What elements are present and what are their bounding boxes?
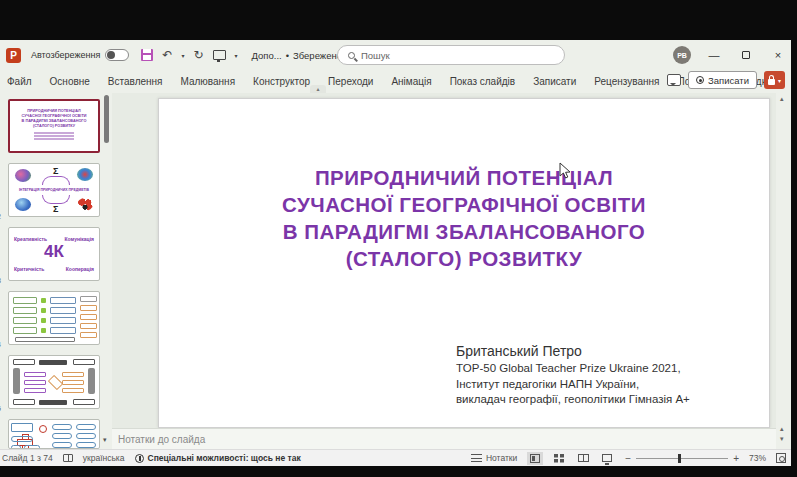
author-credential: Інститут педагогіки НАПН України, [456, 377, 690, 393]
record-button-label: Записати [708, 75, 749, 86]
slide-thumbnail-panel: 2 3 4 5 6 ПРИРОДНИЧИЙ ПОТЕНЦІАЛСУЧАСНОЇ … [0, 93, 112, 449]
fit-to-window-button[interactable] [776, 453, 786, 463]
thumbnail-preview: Креативність Комунікація 4К Критичність … [9, 228, 99, 280]
undo-dropdown-icon[interactable]: ▾ [181, 52, 184, 59]
redo-icon[interactable]: ↻ [193, 49, 203, 61]
thumbnail-slide-5[interactable] [8, 355, 100, 409]
skill-label: Кооперація [66, 266, 94, 272]
zoom-slider[interactable] [636, 458, 728, 459]
author-credential: викладач географії, геополітики Гімназія… [456, 392, 690, 408]
thumbnail-caption: ІНТЕГРАЦІЯ ПРИРОДНИЧИХ ПРЕДМЕТІВ [9, 188, 99, 192]
slide-canvas[interactable]: ПРИРОДНИЧИЙ ПОТЕНЦІАЛ СУЧАСНОЇ ГЕОГРАФІЧ… [158, 98, 770, 428]
accessibility-icon [135, 454, 144, 463]
tab-insert[interactable]: Вставлення [99, 76, 172, 87]
title-bar: P Автозбереження ↶ ▾ ↻ ▾ Допо... • Збере… [0, 40, 791, 70]
record-icon [696, 76, 704, 84]
thumbnail-author-lines [10, 132, 98, 140]
language-indicator[interactable]: українська [83, 453, 125, 463]
tab-animations[interactable]: Анімація [382, 76, 440, 87]
autosave-toggle[interactable] [105, 49, 129, 61]
thumbnail-scrollbar[interactable] [104, 95, 109, 143]
record-button[interactable]: Записати [688, 71, 757, 89]
sigma-symbol: Σ [53, 204, 58, 214]
author-credential: TOP-50 Global Teacher Prize Ukraine 2021… [456, 361, 690, 377]
close-button[interactable]: × [769, 49, 787, 61]
notes-toggle-label: Нотатки [486, 453, 517, 463]
save-icon[interactable] [141, 49, 153, 61]
start-slideshow-icon[interactable] [213, 50, 226, 60]
scroll-up-icon[interactable]: ▴ [780, 425, 784, 433]
accessibility-text: Спеціальні можливості: щось не так [148, 453, 301, 463]
toggle-knob [107, 51, 115, 59]
zoom-slider-knob[interactable] [678, 454, 681, 463]
customize-toolbar-icon[interactable]: ▾ [235, 52, 238, 59]
normal-view-button[interactable] [527, 452, 543, 465]
zoom-in-button[interactable]: + [733, 453, 739, 464]
cycle-arrow-icon [42, 176, 70, 185]
notes-placeholder: Нотатки до слайда [118, 434, 205, 445]
tab-home[interactable]: Основне [41, 76, 99, 87]
slide-edit-area: ПРИРОДНИЧИЙ ПОТЕНЦІАЛ СУЧАСНОЇ ГЕОГРАФІЧ… [112, 93, 776, 428]
title-line: В ПАРАДИГМІ ЗБАЛАНСОВАНОГО [159, 218, 769, 245]
tab-record[interactable]: Записати [524, 76, 585, 87]
tab-file[interactable]: Файл [0, 76, 41, 87]
main-scrollbar[interactable]: ▴ ▴ ▾ [776, 93, 791, 449]
spellcheck-icon[interactable] [63, 454, 73, 462]
autosave-label: Автозбереження [31, 50, 100, 60]
sigma-symbol: Σ [53, 166, 58, 176]
share-button[interactable]: ▾ [764, 71, 785, 89]
minimize-button[interactable]: — [705, 49, 723, 61]
earth-image [15, 198, 31, 211]
tab-review[interactable]: Рецензування [585, 76, 668, 87]
ribbon-right-controls: Записати ▾ [667, 71, 785, 89]
zoom-out-button[interactable]: − [625, 453, 631, 464]
scroll-up-icon[interactable]: ▴ [780, 95, 784, 103]
slide-title[interactable]: ПРИРОДНИЧИЙ ПОТЕНЦІАЛ СУЧАСНОЇ ГЕОГРАФІЧ… [159, 164, 769, 272]
slide-author-block[interactable]: Британський Петро TOP-50 Global Teacher … [456, 342, 690, 408]
slide-counter: Слайд 1 з 74 [2, 453, 53, 463]
maximize-button[interactable] [742, 51, 750, 59]
scroll-down-icon[interactable]: ▾ [780, 435, 784, 443]
skill-label: Критичність [14, 266, 44, 272]
reading-view-button[interactable] [575, 452, 591, 465]
accessibility-status[interactable]: Спеціальні можливості: щось не так [135, 453, 301, 463]
account-avatar[interactable]: PB [673, 46, 691, 64]
brain-image [15, 169, 31, 182]
notes-toggle-button[interactable]: Нотатки [471, 453, 517, 463]
thumbnail-preview [9, 292, 99, 344]
thumbnail-title-text: ПРИРОДНИЧИЙ ПОТЕНЦІАЛСУЧАСНОЇ ГЕОГРАФІЧН… [12, 109, 96, 128]
status-bar: Слайд 1 з 74 українська Спеціальні можли… [0, 449, 791, 466]
4k-label: 4К [9, 242, 99, 262]
view-switcher [527, 452, 615, 465]
author-name: Британський Петро [456, 342, 690, 361]
thumbnail-scroll-down-icon[interactable]: ▾ [103, 436, 107, 444]
notes-panel[interactable]: Нотатки до слайда [112, 428, 776, 449]
undo-icon[interactable]: ↶ [162, 49, 172, 61]
thumbnail-slide-3[interactable]: Креативність Комунікація 4К Критичність … [8, 227, 100, 281]
search-placeholder: Пошук [361, 50, 390, 61]
search-input[interactable]: Пошук [337, 45, 565, 65]
titlebar-right: PB — × [673, 40, 787, 70]
screen-black-frame: P Автозбереження ↶ ▾ ↻ ▾ Допо... • Збере… [0, 0, 797, 477]
lock-icon [768, 79, 775, 85]
share-chevron-icon: ▾ [778, 77, 781, 84]
mouse-cursor [558, 162, 572, 180]
dot-separator: • [286, 50, 289, 61]
thumbnail-slide-4[interactable] [8, 291, 100, 345]
thumbnail-slide-2[interactable]: Σ ІНТЕГРАЦІЯ ПРИРОДНИЧИХ ПРЕДМЕТІВ Σ [8, 163, 100, 217]
thumbnail-preview [9, 420, 99, 448]
thumbnail-slide-1[interactable]: ПРИРОДНИЧИЙ ПОТЕНЦІАЛСУЧАСНОЇ ГЕОГРАФІЧН… [8, 99, 100, 153]
slide-number: 2 [0, 213, 5, 220]
comments-icon[interactable] [667, 74, 681, 86]
tab-design[interactable]: Конструктор [244, 76, 319, 87]
thumbnail-slide-6[interactable] [8, 419, 100, 449]
thumbnail-preview [9, 356, 99, 408]
slide-sorter-view-button[interactable] [551, 452, 567, 465]
tab-slideshow[interactable]: Показ слайдів [441, 76, 525, 87]
statusbar-left: Слайд 1 з 74 українська Спеціальні можли… [2, 453, 301, 463]
zoom-percentage[interactable]: 73% [749, 453, 766, 463]
tab-draw[interactable]: Малювання [172, 76, 245, 87]
tab-transitions[interactable]: Переходи [319, 76, 382, 87]
slide-number: 4 [0, 341, 5, 348]
slideshow-view-button[interactable] [599, 452, 615, 465]
